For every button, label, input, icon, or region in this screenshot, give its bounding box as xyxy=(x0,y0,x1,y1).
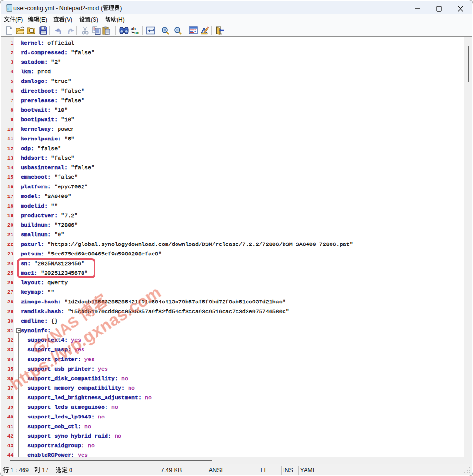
svg-text:ac: ac xyxy=(135,30,140,35)
